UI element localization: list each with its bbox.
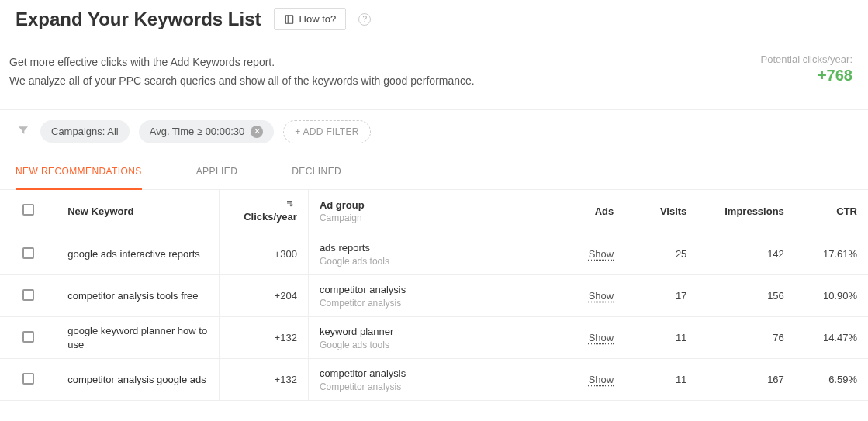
column-clicks[interactable]: Clicks/year — [219, 190, 308, 233]
add-filter-button[interactable]: + ADD FILTER — [283, 120, 370, 143]
campaign-cell: Google ads tools — [320, 256, 541, 267]
description-line2: We analyze all of your PPC search querie… — [9, 72, 475, 91]
filter-chip-avgtime-label: Avg. Time ≥ 00:00:30 — [150, 126, 245, 137]
visits-cell: 25 — [624, 233, 697, 275]
visits-cell: 11 — [624, 317, 697, 359]
description-line1: Get more effective clicks with the Add K… — [9, 53, 475, 72]
tab-declined[interactable]: DECLINED — [292, 154, 341, 190]
tab-applied[interactable]: APPLIED — [196, 154, 238, 190]
ctr-cell: 17.61% — [795, 233, 868, 275]
clicks-cell: +204 — [219, 275, 308, 317]
potential-clicks-label: Potential clicks/year: — [752, 53, 852, 65]
sort-desc-icon — [285, 200, 294, 211]
show-ads-link[interactable]: Show — [589, 332, 614, 343]
keyword-cell: competitor analysis google ads — [67, 373, 208, 387]
adgroup-cell: competitor analysis — [320, 367, 541, 381]
visits-cell: 17 — [624, 275, 697, 317]
chip-close-icon[interactable]: ✕ — [251, 126, 263, 138]
adgroup-cell: ads reports — [320, 241, 541, 255]
campaign-cell: Competitor analysis — [320, 381, 541, 392]
tab-new-recommendations[interactable]: NEW RECOMMENDATIONS — [16, 154, 142, 190]
table-row: competitor analysis tools free +204 comp… — [0, 275, 868, 317]
impressions-cell: 156 — [697, 275, 794, 317]
filter-chip-campaigns[interactable]: Campaigns: All — [40, 120, 130, 143]
clicks-cell: +300 — [219, 233, 308, 275]
impressions-cell: 76 — [697, 317, 794, 359]
show-ads-link[interactable]: Show — [589, 374, 614, 385]
help-icon[interactable]: ? — [358, 13, 371, 26]
adgroup-cell: competitor analysis — [320, 283, 541, 297]
svg-rect-0 — [285, 15, 292, 23]
column-impressions[interactable]: Impressions — [697, 190, 794, 233]
ctr-cell: 10.90% — [795, 275, 868, 317]
table-row: competitor analysis google ads +132 comp… — [0, 359, 868, 401]
column-checkbox — [0, 190, 57, 233]
impressions-cell: 142 — [697, 233, 794, 275]
row-checkbox[interactable] — [22, 247, 34, 259]
select-all-checkbox[interactable] — [22, 204, 34, 216]
column-adgroup-sublabel: Campaign — [320, 212, 541, 223]
clicks-cell: +132 — [219, 317, 308, 359]
clicks-cell: +132 — [219, 359, 308, 401]
impressions-cell: 167 — [697, 359, 794, 401]
tabs-bar: NEW RECOMMENDATIONS APPLIED DECLINED — [0, 154, 868, 190]
ctr-cell: 6.59% — [795, 359, 868, 401]
show-ads-link[interactable]: Show — [589, 248, 614, 260]
adgroup-cell: keyword planner — [320, 325, 541, 339]
campaign-cell: Competitor analysis — [320, 298, 541, 309]
column-adgroup-label: Ad group — [320, 199, 365, 211]
visits-cell: 11 — [624, 359, 697, 401]
row-checkbox[interactable] — [22, 289, 34, 301]
how-to-label: How to? — [299, 13, 337, 25]
filter-icon[interactable] — [16, 124, 31, 140]
column-visits[interactable]: Visits — [624, 190, 697, 233]
description-text: Get more effective clicks with the Add K… — [9, 53, 475, 91]
keyword-cell: google keyword planner how to use — [67, 324, 208, 351]
page-title: Expand Your Keywords List — [16, 9, 261, 30]
column-clicks-label: Clicks/year — [244, 211, 297, 223]
keyword-cell: competitor analysis tools free — [67, 289, 208, 303]
how-to-button[interactable]: How to? — [274, 8, 347, 30]
column-ctr[interactable]: CTR — [795, 190, 868, 233]
column-ads[interactable]: Ads — [552, 190, 624, 233]
filter-toolbar: Campaigns: All Avg. Time ≥ 00:00:30 ✕ + … — [0, 109, 868, 154]
campaign-cell: Google ads tools — [320, 340, 541, 350]
column-keyword[interactable]: New Keyword — [57, 190, 219, 233]
filter-chip-campaigns-label: Campaigns: All — [51, 126, 119, 137]
book-icon — [284, 14, 295, 25]
column-adgroup[interactable]: Ad group Campaign — [308, 190, 552, 233]
filter-chip-avgtime[interactable]: Avg. Time ≥ 00:00:30 ✕ — [139, 120, 275, 143]
potential-clicks-value: +768 — [752, 67, 852, 85]
table-row: google keyword planner how to use +132 k… — [0, 317, 868, 359]
table-row: google ads interactive reports +300 ads … — [0, 233, 868, 275]
row-checkbox[interactable] — [22, 331, 34, 343]
ctr-cell: 14.47% — [795, 317, 868, 359]
row-checkbox[interactable] — [22, 373, 34, 385]
keywords-table: New Keyword Clicks/year Ad group Campaig… — [0, 190, 868, 402]
show-ads-link[interactable]: Show — [589, 290, 614, 302]
potential-clicks-panel: Potential clicks/year: +768 — [721, 53, 852, 91]
keyword-cell: google ads interactive reports — [67, 247, 208, 261]
